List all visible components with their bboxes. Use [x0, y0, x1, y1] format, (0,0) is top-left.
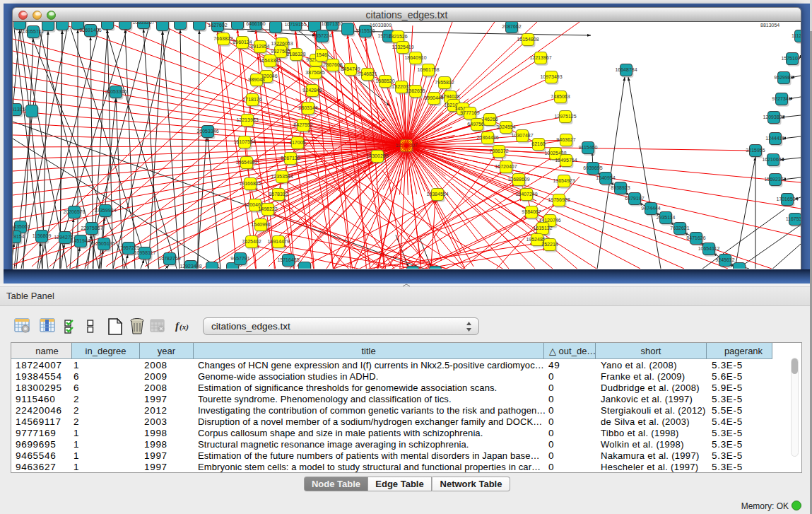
- svg-text:9657791: 9657791: [230, 256, 249, 261]
- svg-text:10307487: 10307487: [511, 133, 533, 138]
- svg-text:8267130: 8267130: [281, 156, 300, 160]
- svg-text:16914479: 16914479: [267, 239, 289, 244]
- svg-text:17359924: 17359924: [94, 208, 116, 213]
- svg-text:15751074: 15751074: [781, 56, 801, 61]
- svg-text:9146821: 9146821: [358, 71, 377, 76]
- svg-text:17016504: 17016504: [776, 197, 798, 201]
- svg-text:13495764: 13495764: [555, 158, 577, 163]
- svg-text:2867608: 2867608: [323, 62, 342, 67]
- svg-text:7625402: 7625402: [242, 239, 261, 244]
- svg-text:9115460: 9115460: [579, 145, 598, 150]
- svg-text:1167533: 1167533: [786, 216, 801, 221]
- svg-text:1640954: 1640954: [596, 175, 615, 180]
- svg-text:18300295: 18300295: [366, 153, 388, 158]
- svg-text:26053346: 26053346: [196, 129, 218, 134]
- svg-text:10688609: 10688609: [507, 177, 529, 182]
- svg-text:7386372: 7386372: [489, 148, 508, 153]
- svg-text:12353594: 12353594: [271, 174, 293, 179]
- svg-text:1244415: 1244415: [765, 136, 784, 141]
- svg-text:13325419: 13325419: [392, 45, 413, 49]
- svg-text:1527602: 1527602: [208, 23, 227, 28]
- svg-text:15692371: 15692371: [764, 177, 786, 182]
- svg-text:9242848: 9242848: [302, 88, 322, 93]
- svg-text:10653267: 10653267: [132, 22, 154, 25]
- svg-text:10958117: 10958117: [134, 250, 156, 255]
- svg-text:18640910: 18640910: [404, 55, 426, 60]
- svg-text:15720407: 15720407: [495, 164, 517, 169]
- svg-text:16210643: 16210643: [762, 157, 784, 162]
- svg-text:3024554: 3024554: [496, 124, 515, 129]
- svg-text:15716485: 15716485: [277, 257, 299, 262]
- svg-text:1451944: 1451944: [71, 238, 90, 243]
- svg-text:9384067: 9384067: [522, 209, 541, 214]
- svg-text:1362635: 1362635: [406, 88, 425, 93]
- svg-text:6939695: 6939695: [583, 165, 602, 170]
- svg-text:16543382: 16543382: [259, 58, 281, 63]
- svg-text:16107554: 16107554: [233, 139, 255, 144]
- svg-text:8938923: 8938923: [611, 185, 630, 190]
- svg-text:13654923: 13654923: [553, 178, 575, 183]
- svg-text:1435061: 1435061: [13, 224, 30, 229]
- svg-text:10654112: 10654112: [698, 246, 720, 251]
- svg-text:20364436: 20364436: [476, 135, 498, 140]
- svg-text:12505135: 12505135: [93, 241, 114, 246]
- svg-text:1939154: 1939154: [13, 234, 25, 239]
- svg-text:8813054: 8813054: [760, 23, 779, 28]
- svg-text:2803144: 2803144: [298, 105, 317, 110]
- svg-text:16961758: 16961758: [417, 67, 439, 72]
- svg-text:7663822: 7663822: [213, 36, 233, 41]
- svg-text:3875685: 3875685: [305, 70, 324, 75]
- svg-text:9777169: 9777169: [460, 110, 479, 115]
- svg-text:1546: 1546: [316, 52, 327, 57]
- svg-text:1156809: 1156809: [33, 233, 52, 238]
- svg-text:3215955: 3215955: [746, 148, 765, 153]
- svg-text:1112541: 1112541: [792, 33, 801, 38]
- svg-text:9529986: 9529986: [774, 75, 793, 80]
- svg-text:19756928: 19756928: [548, 197, 570, 202]
- svg-text:16033809: 16033809: [370, 23, 392, 28]
- svg-text:9227341: 9227341: [772, 96, 791, 101]
- svg-text:2935114: 2935114: [657, 215, 676, 220]
- svg-text:62160: 62160: [531, 141, 546, 146]
- svg-text:8186328: 8186328: [286, 52, 305, 57]
- svg-text:746266: 746266: [481, 117, 498, 122]
- svg-text:117005: 117005: [290, 140, 306, 145]
- svg-text:8960124: 8960124: [233, 40, 252, 45]
- svg-text:8912954: 8912954: [250, 44, 269, 49]
- svg-text:1498222: 1498222: [258, 206, 277, 211]
- svg-text:22975867: 22975867: [81, 226, 102, 230]
- svg-text:12213967: 12213967: [529, 55, 551, 60]
- svg-text:9245612: 9245612: [715, 257, 734, 262]
- svg-text:20206576: 20206576: [63, 209, 85, 214]
- svg-text:(x): (x): [180, 322, 189, 332]
- svg-text:252214: 252214: [541, 242, 558, 247]
- svg-text:8471626: 8471626: [686, 235, 705, 240]
- svg-text:1321526: 1321526: [388, 34, 407, 39]
- svg-text:1651315: 1651315: [13, 107, 25, 112]
- svg-text:7485063: 7485063: [551, 94, 570, 99]
- svg-text:19654982: 19654982: [235, 160, 257, 165]
- svg-text:10973493: 10973493: [540, 74, 562, 79]
- svg-text:17957225: 17957225: [117, 245, 139, 250]
- svg-text:19166825: 19166825: [239, 181, 261, 186]
- svg-text:26053346: 26053346: [105, 89, 126, 94]
- svg-text:6466160: 6466160: [246, 22, 265, 26]
- svg-text:8578312: 8578312: [269, 192, 288, 197]
- svg-text:14055712: 14055712: [22, 29, 44, 34]
- svg-text:1540994: 1540994: [251, 222, 270, 227]
- svg-text:10719155: 10719155: [284, 22, 306, 27]
- svg-text:9463627: 9463627: [556, 137, 575, 142]
- svg-text:20691406: 20691406: [79, 28, 101, 33]
- svg-text:7955812: 7955812: [435, 80, 454, 85]
- svg-text:16782759: 16782759: [158, 256, 180, 261]
- svg-text:19384554: 19384554: [426, 192, 448, 197]
- svg-text:6879197: 6879197: [625, 196, 644, 201]
- svg-text:989043: 989043: [248, 77, 264, 82]
- svg-text:12213983: 12213983: [236, 117, 258, 122]
- svg-text:9794028: 9794028: [440, 94, 459, 99]
- svg-text:12923448: 12923448: [180, 264, 201, 269]
- svg-text:7632621: 7632621: [670, 226, 689, 230]
- svg-text:16671355: 16671355: [321, 22, 343, 26]
- svg-text:12975125: 12975125: [554, 114, 576, 119]
- svg-text:1615132: 1615132: [533, 226, 552, 230]
